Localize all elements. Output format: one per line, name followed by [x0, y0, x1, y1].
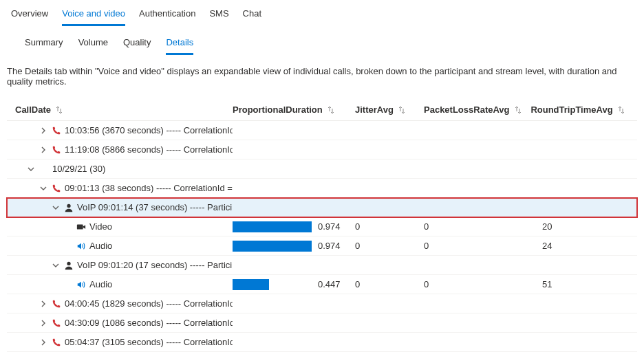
table-header: CallDate ProportionalDuration JitterAvg …: [7, 99, 637, 121]
cell-roundtriptimeavg: 20: [523, 221, 633, 232]
row-label: 09:01:13 (38 seconds) ----- CorrelationI…: [7, 183, 233, 193]
cell-jitteravg: 0: [355, 279, 424, 289]
subtab-quality[interactable]: Quality: [123, 33, 151, 55]
row-label: Audio: [7, 241, 233, 251]
svg-rect-1: [77, 224, 83, 229]
row-text: VoIP 09:01:14 (37 seconds) ----- Partici…: [77, 202, 233, 212]
pd-value: 0.974: [318, 221, 348, 232]
table-row[interactable]: 10/29/21 (30): [7, 160, 637, 179]
table-row[interactable]: Video0.9740020: [7, 217, 637, 236]
chevron-down-icon[interactable]: [39, 185, 48, 192]
chevron-right-icon[interactable]: [39, 146, 48, 153]
column-header-roundtriptimeavg[interactable]: RoundTripTimeAvg: [523, 104, 633, 115]
row-label: 10:03:56 (3670 seconds) ----- Correlatio…: [7, 125, 233, 135]
cell-packetlossrateavg: 0: [424, 221, 523, 232]
speaker-icon: [76, 280, 87, 289]
table-row[interactable]: 04:30:09 (1086 seconds) ----- Correlatio…: [7, 314, 637, 333]
table-row[interactable]: Audio0.4470051: [7, 275, 637, 294]
phone-icon: [51, 318, 62, 328]
row-text: 11:19:08 (5866 seconds) ----- Correlatio…: [65, 144, 233, 155]
column-header-jitteravg[interactable]: JitterAvg: [355, 104, 424, 115]
chevron-right-icon[interactable]: [39, 339, 48, 346]
person-icon: [63, 261, 74, 270]
row-label: Audio: [7, 279, 233, 289]
phone-icon: [51, 145, 62, 155]
table-row[interactable]: VoIP 09:01:20 (17 seconds) ----- Partici…: [7, 256, 637, 275]
table-row[interactable]: 09:01:13 (38 seconds) ----- CorrelationI…: [7, 179, 637, 198]
tab-overview[interactable]: Overview: [11, 4, 48, 26]
chevron-down-icon[interactable]: [51, 204, 61, 211]
row-text: VoIP 09:01:20 (17 seconds) ----- Partici…: [77, 260, 233, 270]
description-text: The Details tab within "Voice and video"…: [7, 66, 637, 87]
tab-authentication[interactable]: Authentication: [139, 4, 195, 26]
table-row[interactable]: 11:19:08 (5866 seconds) ----- Correlatio…: [7, 140, 637, 160]
cell-roundtriptimeavg: 24: [523, 241, 633, 251]
chevron-right-icon[interactable]: [39, 300, 48, 307]
row-text: 10:03:56 (3670 seconds) ----- Correlatio…: [65, 125, 233, 135]
row-label: 10/29/21 (30): [7, 164, 233, 174]
bar-fill: [233, 279, 269, 290]
table-body: 10:03:56 (3670 seconds) ----- Correlatio…: [7, 121, 637, 352]
table-row[interactable]: 05:04:37 (3105 seconds) ----- Correlatio…: [7, 333, 637, 352]
tab-chat[interactable]: Chat: [243, 4, 261, 26]
row-text: Audio: [89, 279, 112, 289]
svg-point-0: [67, 204, 70, 207]
chevron-down-icon[interactable]: [51, 262, 61, 269]
row-text: Audio: [89, 241, 112, 251]
primary-tabs: OverviewVoice and videoAuthenticationSMS…: [7, 4, 637, 26]
chevron-right-icon[interactable]: [39, 127, 48, 134]
row-label: VoIP 09:01:14 (37 seconds) ----- Partici…: [7, 202, 233, 212]
bar-fill: [233, 241, 312, 252]
chevron-down-icon[interactable]: [26, 166, 36, 173]
row-label: 11:19:08 (5866 seconds) ----- Correlatio…: [7, 144, 233, 155]
column-header-proportionalduration[interactable]: ProportionalDuration: [233, 104, 355, 115]
column-label: RoundTripTimeAvg: [530, 104, 612, 115]
row-text: Video: [89, 221, 112, 232]
subtab-volume[interactable]: Volume: [78, 33, 108, 55]
row-text: 04:30:09 (1086 seconds) ----- Correlatio…: [65, 318, 233, 328]
tab-sms[interactable]: SMS: [209, 4, 228, 26]
row-label: 05:04:37 (3105 seconds) ----- Correlatio…: [7, 337, 233, 347]
cell-jitteravg: 0: [355, 241, 424, 251]
cell-proportionalduration: 0.974: [233, 221, 355, 232]
cell-packetlossrateavg: 0: [424, 241, 523, 251]
row-text: 05:04:37 (3105 seconds) ----- Correlatio…: [65, 337, 233, 347]
table-row[interactable]: 04:00:45 (1829 seconds) ----- Correlatio…: [7, 294, 637, 314]
sort-icon: [398, 106, 406, 114]
row-label: VoIP 09:01:20 (17 seconds) ----- Partici…: [7, 260, 233, 270]
table-row[interactable]: Audio0.9740024: [7, 236, 637, 256]
cell-proportionalduration: 0.974: [233, 241, 355, 252]
row-text: 10/29/21 (30): [52, 164, 105, 174]
speaker-icon: [76, 241, 87, 251]
column-header-calldate[interactable]: CallDate: [7, 104, 233, 115]
camera-icon: [76, 222, 87, 232]
pd-value: 0.974: [318, 241, 348, 251]
cell-proportionalduration: 0.447: [233, 279, 355, 290]
table-row[interactable]: VoIP 09:01:14 (37 seconds) ----- Partici…: [7, 198, 637, 217]
person-icon: [63, 203, 74, 212]
sort-icon: [617, 106, 625, 114]
cell-jitteravg: 0: [355, 221, 424, 232]
row-label: Video: [7, 221, 233, 232]
phone-icon: [51, 184, 62, 193]
row-text: 09:01:13 (38 seconds) ----- CorrelationI…: [65, 183, 233, 193]
column-label: CallDate: [15, 104, 51, 115]
column-header-packetlossrateavg[interactable]: PacketLossRateAvg: [424, 104, 523, 115]
sort-icon: [327, 106, 335, 114]
chevron-right-icon[interactable]: [39, 320, 48, 327]
column-label: PacketLossRateAvg: [424, 104, 510, 115]
row-label: 04:00:45 (1829 seconds) ----- Correlatio…: [7, 298, 233, 309]
phone-icon: [51, 126, 62, 135]
subtab-summary[interactable]: Summary: [25, 33, 63, 55]
subtab-details[interactable]: Details: [166, 33, 193, 55]
sort-icon: [55, 106, 63, 114]
cell-roundtriptimeavg: 51: [523, 279, 633, 289]
column-label: ProportionalDuration: [233, 104, 323, 115]
row-text: 04:00:45 (1829 seconds) ----- Correlatio…: [65, 298, 233, 309]
sort-icon: [514, 106, 522, 114]
table-row[interactable]: 10:03:56 (3670 seconds) ----- Correlatio…: [7, 121, 637, 140]
tab-voice-and-video[interactable]: Voice and video: [62, 4, 125, 26]
phone-icon: [51, 299, 62, 309]
bar-fill: [233, 221, 312, 232]
secondary-tabs: SummaryVolumeQualityDetails: [7, 33, 637, 55]
